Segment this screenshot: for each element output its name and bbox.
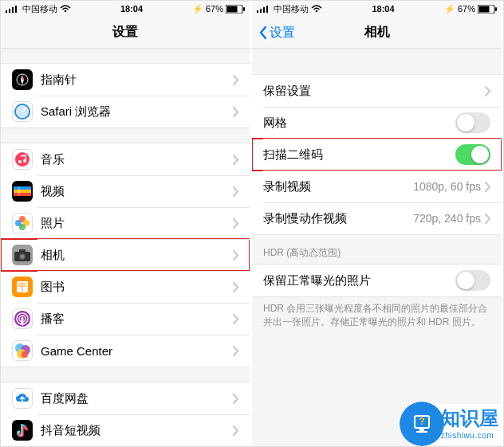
row-label: 图书 — [41, 280, 232, 295]
toggle-switch[interactable] — [455, 144, 490, 165]
status-bar: 中国移动 18:04 ⚡ 67% — [1, 1, 250, 17]
svg-rect-1 — [9, 9, 10, 13]
row-label: 照片 — [41, 216, 232, 231]
row-label: 相机 — [41, 248, 232, 263]
wifi-icon — [311, 5, 322, 13]
gamecenter-icon — [12, 340, 33, 361]
row-label: 录制视频 — [263, 179, 413, 194]
svg-rect-24 — [19, 249, 26, 253]
svg-rect-48 — [419, 428, 424, 431]
chevron-right-icon — [232, 346, 238, 356]
safari-icon — [12, 101, 33, 122]
toggle-switch[interactable] — [455, 112, 490, 133]
svg-rect-17 — [14, 190, 31, 193]
chevron-right-icon — [232, 394, 238, 404]
carrier-label: 中国移动 — [22, 3, 57, 15]
chevron-right-icon — [484, 182, 490, 192]
settings-row-gamecenter[interactable]: Game Center — [1, 335, 250, 367]
settings-row-photos[interactable]: 照片 — [1, 207, 250, 239]
toggle-switch[interactable] — [455, 270, 490, 291]
music-icon — [12, 149, 33, 170]
svg-point-4 — [65, 10, 67, 13]
settings-row-cloud[interactable]: 百度网盘 — [1, 382, 250, 414]
row-value: 1080p, 60 fps — [413, 180, 481, 193]
svg-point-14 — [23, 159, 26, 163]
signal-icon — [257, 5, 271, 13]
battery-pct-label: 67% — [206, 4, 223, 14]
podcast-icon — [12, 308, 33, 329]
camera-row-录制慢动作视频[interactable]: 录制慢动作视频720p, 240 fps — [252, 202, 502, 234]
row-label: 百度网盘 — [41, 391, 232, 406]
svg-rect-2 — [12, 7, 14, 13]
chevron-right-icon — [232, 155, 238, 165]
settings-row-safari[interactable]: Safari 浏览器 — [1, 96, 250, 127]
camera-settings-panel: 中国移动 18:04 ⚡ 67% 设置 相机 保留设置网格扫描二维码录制视频10… — [252, 1, 502, 446]
hdr-footnote: HDR 会用三张曝光程度各不相同的照片的最佳部分合并出一张照片。存储正常曝光的照… — [252, 297, 502, 329]
svg-rect-6 — [226, 6, 237, 12]
watermark-title: 知识屋 — [441, 406, 498, 431]
camera-row-录制视频[interactable]: 录制视频1080p, 60 fps — [252, 171, 502, 202]
row-label: 音乐 — [41, 152, 232, 167]
row-label: 抖音短视频 — [41, 423, 232, 438]
settings-row-compass[interactable]: 指南针 — [1, 64, 250, 96]
row-label: 网格 — [263, 116, 455, 131]
svg-point-22 — [15, 220, 22, 226]
chevron-right-icon — [232, 107, 238, 117]
chevron-right-icon — [232, 314, 238, 324]
settings-panel: 中国移动 18:04 ⚡ 67% 设置 指南针Safari 浏览器 音乐视频照片… — [1, 1, 250, 446]
chevron-right-icon — [232, 282, 238, 292]
svg-rect-18 — [14, 193, 31, 196]
svg-rect-41 — [263, 7, 265, 13]
chevron-right-icon — [484, 86, 490, 96]
row-label: 播客 — [41, 312, 232, 327]
settings-row-video[interactable]: 视频 — [1, 175, 250, 207]
svg-rect-39 — [257, 10, 258, 13]
svg-point-26 — [21, 254, 25, 258]
svg-rect-7 — [243, 7, 245, 11]
svg-rect-40 — [260, 9, 262, 13]
row-label: Game Center — [41, 344, 232, 358]
camera-row-网格[interactable]: 网格 — [252, 107, 502, 139]
chevron-right-icon — [232, 250, 238, 261]
video-icon — [12, 181, 33, 202]
charging-icon: ⚡ — [192, 4, 203, 14]
row-label: 指南针 — [41, 73, 232, 88]
camera-row-扫描二维码[interactable]: 扫描二维码 — [252, 139, 502, 171]
chevron-right-icon — [232, 218, 238, 229]
camera-row-保留正常曝光的照片[interactable]: 保留正常曝光的照片 — [252, 265, 502, 296]
svg-rect-42 — [266, 6, 268, 13]
svg-rect-49 — [416, 431, 427, 433]
watermark: ? 知识屋 zhishiwu.com — [400, 402, 503, 446]
back-button[interactable]: 设置 — [258, 17, 295, 49]
row-label: 视频 — [41, 184, 232, 199]
svg-point-35 — [22, 351, 28, 358]
status-bar: 中国移动 18:04 ⚡ 67% — [252, 1, 502, 17]
settings-row-douyin[interactable]: 抖音短视频 — [1, 414, 250, 446]
row-value: 720p, 240 fps — [413, 212, 481, 225]
row-label: 保留设置 — [263, 84, 484, 99]
row-label: 录制慢动作视频 — [263, 211, 413, 226]
hdr-section-header: HDR (高动态范围) — [252, 235, 502, 264]
svg-rect-0 — [6, 10, 7, 13]
settings-row-podcast[interactable]: 播客 — [1, 303, 250, 335]
photos-icon — [12, 213, 33, 233]
camera-row-保留设置[interactable]: 保留设置 — [252, 75, 502, 107]
settings-row-camera[interactable]: 相机 — [1, 239, 250, 271]
battery-icon — [478, 5, 497, 14]
camera-icon — [12, 245, 33, 265]
battery-icon — [226, 5, 245, 14]
settings-row-book[interactable]: 图书 — [1, 271, 250, 303]
svg-rect-16 — [14, 186, 31, 190]
time-label: 18:04 — [120, 4, 143, 14]
settings-row-music[interactable]: 音乐 — [1, 143, 250, 175]
chevron-right-icon — [232, 186, 238, 197]
page-title: 设置 — [112, 24, 138, 41]
signal-icon — [6, 5, 20, 13]
watermark-url: zhishiwu.com — [441, 431, 498, 440]
nav-bar: 设置 — [1, 17, 250, 49]
back-label: 设置 — [270, 25, 295, 41]
book-icon — [12, 276, 33, 297]
time-label: 18:04 — [372, 4, 394, 14]
compass-icon — [12, 69, 33, 90]
wifi-icon — [60, 5, 71, 13]
